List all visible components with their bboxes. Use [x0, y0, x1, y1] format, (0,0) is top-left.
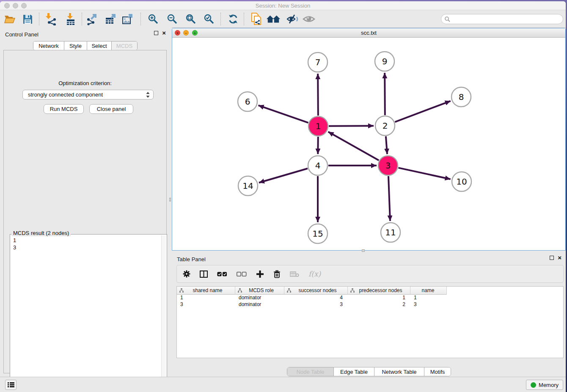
session-title: Session: New Session [0, 3, 566, 9]
svg-text:10: 10 [456, 177, 467, 187]
zoom-in-icon[interactable] [146, 12, 160, 26]
toolbar-separator [82, 13, 82, 25]
edge-2-8[interactable] [395, 101, 450, 122]
criterion-dropdown[interactable]: strongly connected component [22, 90, 154, 99]
export-table-icon[interactable] [104, 12, 118, 26]
graph-node-15[interactable]: 15 [308, 224, 328, 243]
settings-gear-icon[interactable] [183, 270, 190, 278]
cell-shared-name[interactable]: 3 [177, 301, 235, 308]
search-icon [444, 16, 450, 22]
svg-text:14: 14 [242, 181, 253, 191]
edge-2-3[interactable] [386, 136, 387, 154]
svg-text:2: 2 [383, 121, 388, 131]
tab-style[interactable]: Style [64, 41, 87, 50]
edge-1-2[interactable] [329, 126, 374, 126]
select-all-columns-icon[interactable] [217, 272, 227, 276]
graph-node-9[interactable]: 9 [375, 52, 394, 71]
zoom-selected-icon[interactable] [202, 12, 216, 26]
import-table-icon[interactable] [63, 12, 77, 26]
graph-node-3[interactable]: 3 [378, 156, 398, 175]
tab-motifs[interactable]: Motifs [424, 367, 451, 376]
edge-3-10[interactable] [398, 168, 450, 179]
cell-successor-nodes[interactable]: 4 [284, 295, 348, 301]
task-history-button[interactable] [5, 380, 17, 390]
hide-graphics-icon[interactable] [285, 12, 300, 26]
edge-1-7[interactable] [318, 74, 318, 116]
cell-shared-name[interactable]: 1 [177, 295, 235, 301]
cell-mcds-role[interactable]: dominator [235, 295, 284, 301]
tab-mcds[interactable]: MCDS [112, 41, 137, 50]
add-column-icon[interactable] [256, 270, 264, 278]
cell-name[interactable]: 3 [410, 301, 447, 308]
tab-edge-table[interactable]: Edge Table [334, 367, 374, 376]
close-table-panel-icon[interactable]: × [558, 256, 561, 260]
node-table: shared name MCDS role successor nodes pr… [176, 286, 564, 358]
edge-3-1[interactable] [328, 132, 379, 160]
edge-3-11[interactable] [388, 176, 390, 221]
memory-button[interactable]: Memory [526, 380, 563, 390]
home-icon[interactable] [266, 12, 281, 26]
search-field[interactable] [441, 14, 563, 24]
tab-node-table[interactable]: Node Table [287, 367, 334, 376]
graph-node-11[interactable]: 11 [381, 223, 400, 242]
memory-status-icon [531, 382, 536, 388]
column-header-predecessor-nodes[interactable]: predecessor nodes [348, 287, 410, 295]
vertical-splitter-grip[interactable] [169, 197, 171, 204]
result-scrollbar[interactable] [161, 235, 166, 390]
optimization-criterion-label: Optimization criterion: [4, 80, 166, 86]
show-graphics-icon[interactable] [302, 12, 316, 26]
column-layout-icon[interactable] [200, 271, 208, 278]
graph-node-10[interactable]: 10 [452, 172, 471, 191]
refresh-icon[interactable] [226, 12, 240, 26]
deselect-all-columns-icon[interactable] [237, 272, 247, 276]
tab-network[interactable]: Network [33, 41, 64, 50]
table-row[interactable]: 1 dominator 4 1 1 [177, 295, 563, 301]
table-row[interactable]: 3 dominator 3 2 3 [177, 301, 563, 308]
graph-node-2[interactable]: 2 [375, 116, 395, 135]
open-session-icon[interactable] [3, 12, 17, 26]
main-toolbar [0, 10, 566, 28]
cell-predecessor-nodes[interactable]: 2 [348, 301, 410, 308]
clone-network-icon[interactable] [249, 12, 264, 26]
cell-predecessor-nodes[interactable]: 1 [348, 295, 410, 301]
graph-node-7[interactable]: 7 [308, 52, 328, 72]
attribute-icon [287, 288, 291, 293]
network-canvas-svg: 7968124314101511 [172, 38, 565, 251]
tab-select[interactable]: Select [87, 41, 112, 50]
network-window-titlebar[interactable]: × − + scc.txt [172, 28, 565, 38]
graph-node-14[interactable]: 14 [238, 176, 258, 196]
graph-node-8[interactable]: 8 [451, 87, 471, 107]
edge-2-9[interactable] [385, 73, 385, 115]
delete-column-icon[interactable] [273, 270, 281, 278]
edge-1-6[interactable] [259, 105, 308, 123]
tab-network-table[interactable]: Network Table [374, 367, 424, 376]
graph-node-6[interactable]: 6 [238, 92, 257, 111]
column-header-successor-nodes[interactable]: successor nodes [284, 287, 348, 295]
import-network-icon[interactable] [44, 12, 58, 26]
cell-mcds-role[interactable]: dominator [235, 301, 284, 308]
save-session-icon[interactable] [20, 12, 35, 26]
graph-node-1[interactable]: 1 [308, 116, 328, 136]
export-image-icon[interactable] [121, 12, 135, 26]
float-panel-icon[interactable] [154, 31, 158, 35]
horizontal-splitter-grip[interactable] [362, 249, 365, 252]
zoom-out-icon[interactable] [165, 12, 179, 26]
mcds-result-group: 13 [10, 234, 167, 392]
cell-name[interactable]: 1 [410, 295, 447, 301]
close-panel-button[interactable]: Close panel [89, 104, 133, 114]
close-panel-icon[interactable]: × [162, 31, 166, 35]
search-input[interactable] [450, 15, 563, 23]
float-table-panel-icon[interactable] [550, 256, 554, 260]
column-header-mcds-role[interactable]: MCDS role [235, 287, 284, 295]
edge-4-14[interactable] [259, 168, 308, 182]
table-header-row: shared name MCDS role successor nodes pr… [177, 287, 563, 295]
mcds-result-text[interactable]: 13 [11, 235, 161, 390]
zoom-fit-icon[interactable] [184, 12, 198, 26]
cell-successor-nodes[interactable]: 3 [284, 301, 348, 308]
column-header-shared-name[interactable]: shared name [177, 287, 235, 295]
column-header-name[interactable]: name [410, 287, 447, 295]
run-mcds-button[interactable]: Run MCDS [44, 104, 84, 114]
export-network-icon[interactable] [85, 12, 99, 26]
network-canvas[interactable]: 7968124314101511 [172, 38, 565, 250]
graph-node-4[interactable]: 4 [308, 156, 328, 175]
